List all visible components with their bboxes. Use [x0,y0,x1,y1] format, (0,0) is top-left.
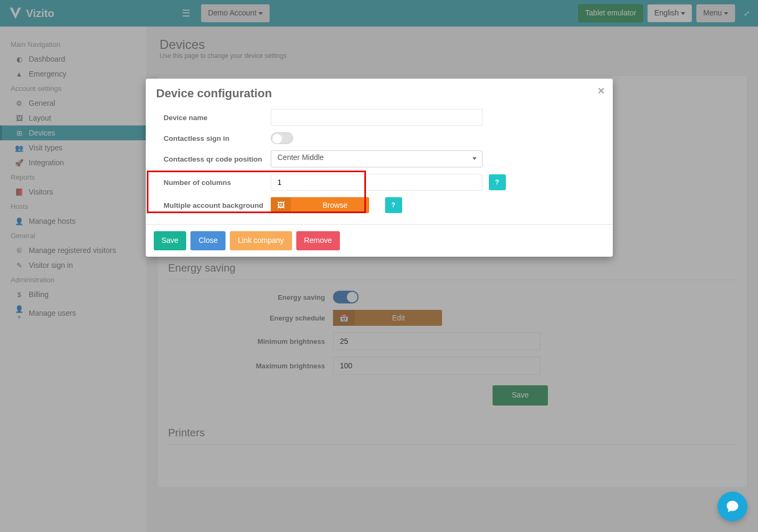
modal-title: Device configuration [156,87,602,100]
modal-backdrop: Device configuration × Device name Conta… [0,0,758,532]
browse-background-button[interactable]: 🖼 Browse [271,197,369,213]
columns-label: Number of columns [156,179,271,187]
modal-remove-button[interactable]: Remove [296,231,340,250]
chat-widget-button[interactable] [718,492,747,521]
columns-help-button[interactable]: ? [489,174,506,190]
modal-save-button[interactable]: Save [154,231,187,250]
modal-close-button[interactable]: Close [190,231,226,250]
columns-input[interactable] [271,174,482,191]
device-name-label: Device name [156,114,271,122]
chat-icon [726,500,739,513]
qr-position-value: Center Middle [278,153,324,162]
contactless-label: Contactless sign in [156,134,271,142]
image-icon: 🖼 [271,197,291,213]
background-help-button[interactable]: ? [385,197,402,213]
contactless-toggle[interactable] [271,132,293,144]
device-config-modal: Device configuration × Device name Conta… [146,79,613,257]
caret-icon [472,157,477,160]
qr-position-select[interactable]: Center Middle [271,150,482,167]
modal-link-company-button[interactable]: Link company [230,231,291,250]
device-name-input[interactable] [271,109,482,126]
background-label: Multiple account background [156,201,271,209]
qr-position-label: Contactless qr code position [156,155,271,163]
modal-close-icon[interactable]: × [598,84,605,98]
